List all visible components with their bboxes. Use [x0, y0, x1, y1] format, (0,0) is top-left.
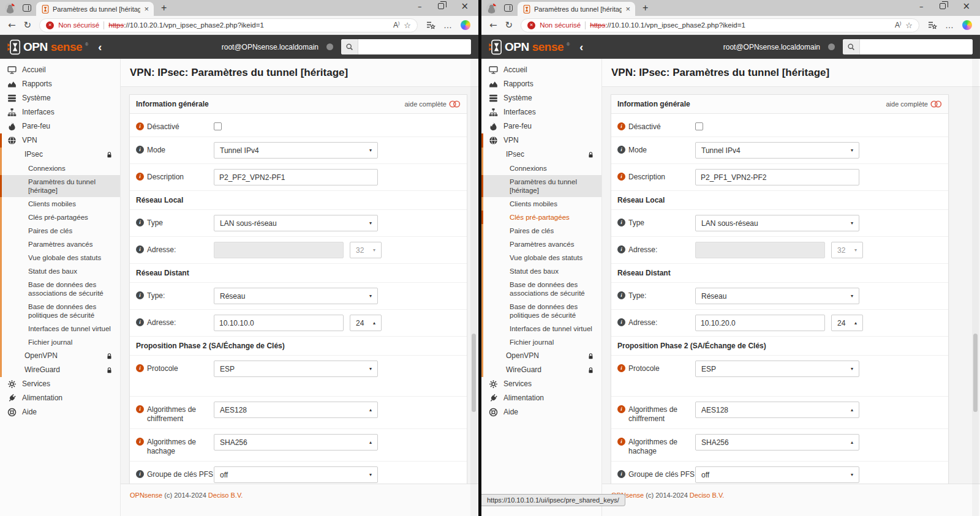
sidebar-item-connexions[interactable]: Connexions — [481, 162, 601, 175]
sidebar-item-systeme[interactable]: Système — [481, 91, 601, 105]
remote-address-input[interactable] — [214, 315, 344, 331]
scrollbar-thumb[interactable] — [472, 334, 476, 412]
encryption-select[interactable]: AES128▴ — [695, 402, 859, 418]
sidebar-item-bdd-politiques[interactable]: Base de données des politiques de sécuri… — [481, 300, 601, 322]
copilot-icon[interactable] — [962, 20, 972, 30]
url-bar[interactable]: Non sécurisé https://10.10.20.1/vpn_ipse… — [39, 18, 418, 32]
full-help-toggle[interactable]: aide complète — [405, 100, 461, 108]
favorite-star-icon[interactable]: ☆ — [404, 21, 411, 30]
opnsense-logo[interactable]: OPNsense® — [7, 39, 88, 55]
hash-select[interactable]: SHA256▴ — [695, 434, 859, 451]
mode-select[interactable]: Tunnel IPv4▾ — [214, 142, 378, 159]
local-prefix-select[interactable]: 32▾ — [350, 242, 382, 258]
back-button[interactable]: ← — [489, 21, 497, 30]
pfs-select[interactable]: off▾ — [695, 466, 859, 483]
scrollbar-track[interactable] — [470, 35, 477, 516]
sidebar-item-cles-pre-partagees[interactable]: Clés pré-partagées — [0, 211, 120, 224]
workspaces-icon[interactable] — [23, 4, 31, 12]
security-status[interactable]: Non sécurisé — [540, 21, 581, 29]
sidebar-item-parametres-avances[interactable]: Paramètres avancés — [481, 237, 601, 251]
sidebar-item-vue-globale[interactable]: Vue globale des statuts — [481, 251, 601, 264]
hash-select[interactable]: SHA256▴ — [214, 434, 378, 451]
remote-type-select[interactable]: Réseau▾ — [695, 288, 859, 304]
search-input[interactable] — [860, 39, 973, 54]
url-bar[interactable]: Non sécurisé https://10.10.10.1/vpn_ipse… — [521, 18, 919, 32]
sidebar-item-aide[interactable]: Aide — [481, 405, 601, 419]
protocol-select[interactable]: ESP▾ — [214, 361, 378, 377]
sidebar-item-vue-globale[interactable]: Vue globale des statuts — [0, 251, 120, 264]
browser-profile-avatar-icon[interactable] — [486, 3, 497, 13]
workspaces-icon[interactable] — [504, 4, 513, 12]
pfs-select[interactable]: off▾ — [214, 466, 378, 483]
sidebar-item-aide[interactable]: Aide — [0, 405, 120, 419]
deciso-link[interactable]: Deciso B.V. — [690, 492, 724, 499]
sidebar-item-fichier-journal[interactable]: Fichier journal — [0, 335, 120, 349]
sidebar-item-systeme[interactable]: Système — [0, 91, 120, 105]
tab-close-icon[interactable]: × — [625, 5, 630, 13]
tab-close-icon[interactable]: × — [144, 5, 149, 13]
local-prefix-select[interactable]: 32▾ — [831, 242, 863, 258]
remote-prefix-select[interactable]: 24▴ — [350, 315, 382, 331]
favorite-star-icon[interactable]: ☆ — [905, 21, 913, 30]
disabled-checkbox[interactable] — [695, 122, 703, 130]
sidebar-item-bdd-associations[interactable]: Base de données des associations de sécu… — [481, 278, 601, 300]
sidebar-item-wireguard[interactable]: WireGuard — [481, 363, 601, 377]
encryption-select[interactable]: AES128▴ — [214, 402, 378, 418]
sidebar-item-cles-pre-partagees[interactable]: Clés pré-partagées — [481, 211, 601, 224]
sidebar-item-rapports[interactable]: Rapports — [0, 77, 120, 91]
browser-tab[interactable]: Paramètres du tunnel [héritage] | × — [518, 2, 635, 16]
sidebar-item-interfaces[interactable]: Interfaces — [481, 105, 601, 119]
description-input[interactable] — [214, 169, 378, 185]
sidebar-item-bdd-politiques[interactable]: Base de données des politiques de sécuri… — [0, 300, 120, 322]
sidebar-item-wireguard[interactable]: WireGuard — [0, 363, 120, 377]
collections-icon[interactable] — [426, 20, 435, 30]
scrollbar-thumb[interactable] — [973, 334, 978, 412]
description-input[interactable] — [695, 169, 859, 185]
sidebar-item-openvpn[interactable]: OpenVPN — [0, 349, 120, 363]
window-close-button[interactable]: × — [962, 2, 970, 11]
collections-icon[interactable] — [927, 20, 937, 30]
sidebar-item-statut-baux[interactable]: Statut des baux — [0, 264, 120, 278]
new-tab-button[interactable]: + — [161, 3, 167, 13]
sidebar-item-rapports[interactable]: Rapports — [481, 77, 601, 91]
local-address-input[interactable] — [214, 242, 344, 258]
refresh-button[interactable]: ↻ — [505, 21, 513, 30]
restore-button[interactable] — [438, 3, 444, 9]
window-close-button[interactable]: × — [461, 2, 469, 11]
sidebar-item-alimentation[interactable]: Alimentation — [0, 391, 120, 405]
restore-button[interactable] — [940, 3, 946, 9]
minimize-button[interactable]: – — [418, 2, 422, 10]
sidebar-item-clients-mobiles[interactable]: Clients mobiles — [481, 197, 601, 211]
sidebar-item-paires-de-cles[interactable]: Paires de clés — [0, 224, 120, 237]
sidebar-item-parametres-avances[interactable]: Paramètres avancés — [0, 237, 120, 251]
sidebar-item-bdd-associations[interactable]: Base de données des associations de sécu… — [0, 278, 120, 300]
minimize-button[interactable]: – — [919, 2, 924, 10]
mode-select[interactable]: Tunnel IPv4▾ — [695, 142, 859, 159]
sidebar-item-clients-mobiles[interactable]: Clients mobiles — [0, 197, 120, 211]
browser-menu-icon[interactable]: … — [443, 20, 453, 30]
sidebar-item-openvpn[interactable]: OpenVPN — [481, 349, 601, 363]
remote-type-select[interactable]: Réseau▾ — [214, 288, 378, 304]
sidebar-item-vpn[interactable]: VPN — [481, 133, 601, 148]
sidebar-item-accueil[interactable]: Accueil — [0, 63, 120, 77]
sidebar-item-ipsec[interactable]: IPsec — [481, 148, 601, 162]
browser-tab[interactable]: Paramètres du tunnel [héritage] | × — [36, 2, 154, 16]
browser-profile-avatar-icon[interactable] — [5, 3, 15, 13]
read-aloud-icon[interactable]: A — [393, 21, 399, 29]
sidebar-item-parametres-tunnel[interactable]: Paramètres du tunnel [héritage] — [481, 175, 601, 197]
opnsense-logo[interactable]: OPNsense® — [489, 39, 570, 55]
refresh-button[interactable]: ↻ — [24, 21, 32, 30]
scrollbar-track[interactable] — [972, 35, 979, 516]
new-tab-button[interactable]: + — [643, 3, 648, 13]
sidebar-item-connexions[interactable]: Connexions — [0, 162, 120, 175]
local-type-select[interactable]: LAN sous-réseau▾ — [214, 215, 378, 231]
sidebar-item-interfaces-tunnel[interactable]: Interfaces de tunnel virtuel — [481, 322, 601, 335]
opnsense-link[interactable]: OPNsense — [130, 492, 162, 499]
sidebar-item-accueil[interactable]: Accueil — [481, 63, 601, 77]
security-status[interactable]: Non sécurisé — [58, 21, 99, 29]
sidebar-item-vpn[interactable]: VPN — [0, 133, 120, 148]
search-input[interactable] — [358, 39, 471, 54]
back-button[interactable]: ← — [8, 21, 16, 30]
disabled-checkbox[interactable] — [214, 122, 222, 130]
remote-address-input[interactable] — [695, 315, 825, 331]
